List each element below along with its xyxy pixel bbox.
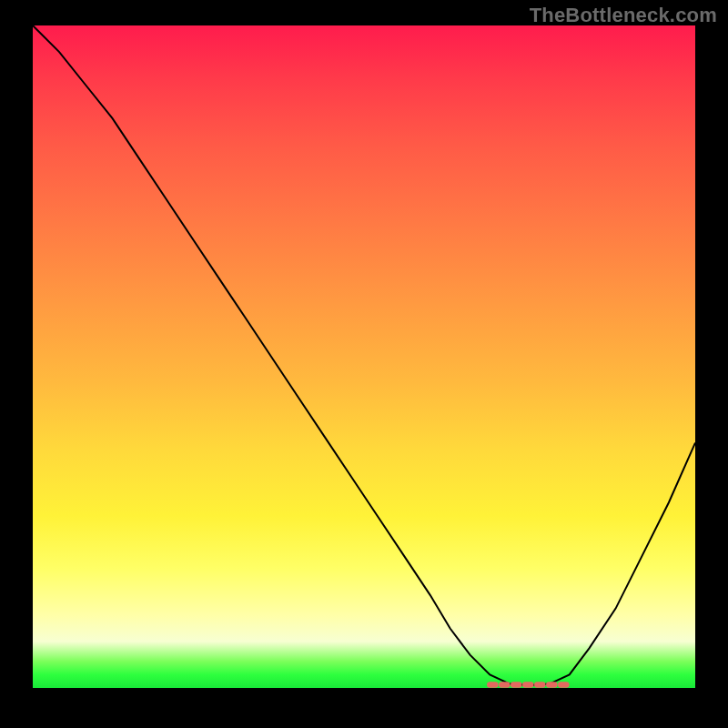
bottleneck-curve bbox=[33, 25, 695, 685]
plot-area bbox=[33, 25, 695, 688]
curve-svg bbox=[33, 25, 695, 688]
watermark-label: TheBottleneck.com bbox=[530, 4, 717, 27]
chart-frame: TheBottleneck.com bbox=[0, 0, 728, 728]
